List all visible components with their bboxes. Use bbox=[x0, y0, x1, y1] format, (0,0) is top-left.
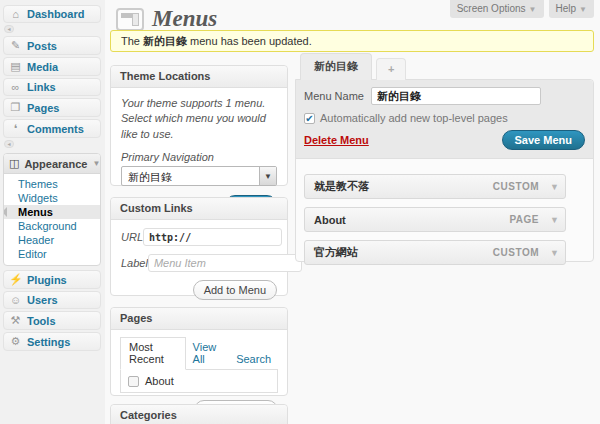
appearance-icon: ◫ bbox=[9, 157, 19, 170]
menu-item-row[interactable]: About PAGE ▼ bbox=[304, 207, 566, 232]
collapse-arrow-icon[interactable]: ◂ bbox=[4, 140, 14, 148]
chevron-down-icon: ▼ bbox=[529, 5, 537, 14]
sidebar-section-appearance: ◫ Appearance ▼ Themes Widgets Menus Back… bbox=[3, 153, 101, 266]
help-button[interactable]: Help▼ bbox=[549, 0, 595, 18]
menu-item-label: About bbox=[314, 214, 509, 226]
menu-item-label: 就是教不落 bbox=[314, 179, 493, 194]
sidebar-item-menus[interactable]: Menus bbox=[4, 205, 100, 219]
notice-menu-name: 新的目錄 bbox=[143, 35, 187, 47]
tab-view-all[interactable]: View All bbox=[186, 338, 230, 369]
tools-icon: ⚒ bbox=[9, 314, 22, 327]
theme-locations-description: Your theme supports 1 menu. Select which… bbox=[121, 96, 277, 142]
select-dropdown-icon[interactable]: ▼ bbox=[259, 167, 276, 185]
sidebar-item-users[interactable]: ☺ Users bbox=[3, 291, 101, 309]
sidebar-item-label: Appearance bbox=[24, 158, 87, 170]
icon-detail bbox=[132, 13, 139, 26]
pages-box: Pages Most Recent View All Search About … bbox=[110, 307, 288, 396]
gear-icon: ⚙ bbox=[9, 335, 22, 348]
save-menu-button[interactable]: Save Menu bbox=[502, 130, 585, 150]
sidebar-item-label: Comments bbox=[27, 123, 84, 135]
sidebar-item-label: Links bbox=[27, 81, 56, 93]
chevron-down-icon[interactable]: ▼ bbox=[92, 159, 100, 168]
sidebar-item-appearance[interactable]: ◫ Appearance ▼ bbox=[4, 154, 100, 174]
theme-locations-header[interactable]: Theme Locations bbox=[111, 66, 287, 88]
notice-text: menu has been updated. bbox=[187, 35, 312, 47]
appearance-submenu: Themes Widgets Menus Background Header E… bbox=[4, 174, 100, 265]
pages-header[interactable]: Pages bbox=[111, 308, 287, 330]
chevron-down-icon[interactable]: ▼ bbox=[544, 208, 565, 231]
menu-item-row[interactable]: 就是教不落 CUSTOM ▼ bbox=[304, 174, 566, 199]
page-item-label: About bbox=[145, 375, 174, 387]
auto-add-checkbox[interactable]: ✔ bbox=[304, 113, 315, 124]
sidebar-item-label: Dashboard bbox=[27, 8, 84, 20]
sidebar-item-widgets[interactable]: Widgets bbox=[4, 191, 100, 205]
collapse-arrow-icon[interactable]: ◂ bbox=[4, 25, 14, 33]
label-field[interactable] bbox=[148, 254, 302, 272]
sidebar-item-editor[interactable]: Editor bbox=[4, 247, 100, 261]
about-checkbox[interactable] bbox=[128, 376, 139, 387]
sidebar-item-header[interactable]: Header bbox=[4, 233, 100, 247]
menu-item-label: 官方網站 bbox=[314, 245, 493, 260]
menu-item-type: PAGE bbox=[509, 214, 539, 225]
url-label: URL bbox=[121, 231, 143, 243]
sidebar-separator: ◂ bbox=[0, 25, 105, 34]
pencil-icon: ✎ bbox=[9, 39, 22, 52]
notice-text: The bbox=[121, 35, 143, 47]
custom-links-body: URL Label Add to Menu bbox=[111, 220, 287, 310]
chain-icon: ∞ bbox=[9, 81, 22, 93]
auto-add-label: Automatically add new top-level pages bbox=[320, 112, 508, 124]
menu-item-row[interactable]: 官方網站 CUSTOM ▼ bbox=[304, 240, 566, 265]
menu-tab-active[interactable]: 新的目錄 bbox=[300, 53, 372, 80]
admin-sidebar: ⌂ Dashboard ◂ ✎ Posts ▤ Media ∞ Links ❐ … bbox=[0, 0, 105, 424]
screen-options-button[interactable]: Screen Options▼ bbox=[450, 0, 544, 18]
sidebar-item-label: Users bbox=[27, 294, 58, 306]
help-label: Help bbox=[556, 3, 577, 14]
page-icon: ❐ bbox=[9, 101, 22, 114]
chevron-down-icon: ▼ bbox=[579, 5, 587, 14]
categories-header[interactable]: Categories bbox=[111, 405, 287, 424]
delete-menu-link[interactable]: Delete Menu bbox=[304, 134, 369, 146]
sidebar-item-links[interactable]: ∞ Links bbox=[3, 78, 101, 96]
updated-notice: The 新的目錄 menu has been updated. bbox=[110, 30, 594, 52]
sidebar-item-themes[interactable]: Themes bbox=[4, 177, 100, 191]
plug-icon: ⚡ bbox=[9, 273, 22, 286]
tab-most-recent[interactable]: Most Recent bbox=[120, 337, 186, 370]
selected-menu-value: 新的目錄 bbox=[122, 167, 259, 185]
sidebar-item-background[interactable]: Background bbox=[4, 219, 100, 233]
menu-settings-header: Menu Name ✔ Automatically add new top-le… bbox=[296, 80, 593, 159]
page-title: Menus bbox=[152, 6, 217, 32]
chevron-down-icon[interactable]: ▼ bbox=[544, 175, 565, 198]
add-to-menu-button[interactable]: Add to Menu bbox=[193, 280, 277, 300]
menu-item-type: CUSTOM bbox=[493, 247, 539, 258]
sidebar-item-label: Plugins bbox=[27, 274, 67, 286]
sidebar-item-label: Posts bbox=[27, 40, 57, 52]
screen-meta-links: Screen Options▼ Help▼ bbox=[450, 0, 594, 18]
sidebar-item-tools[interactable]: ⚒ Tools bbox=[3, 311, 101, 330]
menus-screen-icon bbox=[116, 8, 144, 31]
label-label: Label bbox=[121, 257, 148, 269]
sidebar-item-dashboard[interactable]: ⌂ Dashboard bbox=[3, 5, 101, 23]
add-menu-tab[interactable]: + bbox=[376, 58, 406, 80]
sidebar-item-label: Pages bbox=[27, 102, 59, 114]
sidebar-item-pages[interactable]: ❐ Pages bbox=[3, 98, 101, 117]
sidebar-item-plugins[interactable]: ⚡ Plugins bbox=[3, 270, 101, 289]
menu-name-field[interactable] bbox=[371, 87, 541, 105]
sidebar-item-label: Media bbox=[27, 61, 58, 73]
sidebar-item-settings[interactable]: ⚙ Settings bbox=[3, 332, 101, 351]
sidebar-item-posts[interactable]: ✎ Posts bbox=[3, 36, 101, 55]
sidebar-item-media[interactable]: ▤ Media bbox=[3, 57, 101, 76]
menu-items-list: 就是教不落 CUSTOM ▼ About PAGE ▼ 官方網站 CUSTOM … bbox=[296, 159, 593, 288]
custom-links-header[interactable]: Custom Links bbox=[111, 198, 287, 220]
pages-list: About bbox=[120, 369, 278, 393]
menu-tabs: 新的目錄 + bbox=[300, 57, 406, 80]
url-field[interactable] bbox=[143, 228, 282, 246]
sidebar-separator: ◂ bbox=[0, 140, 105, 149]
primary-navigation-select[interactable]: 新的目錄 ▼ bbox=[121, 166, 277, 186]
tab-search[interactable]: Search bbox=[229, 350, 278, 369]
chevron-down-icon[interactable]: ▼ bbox=[544, 241, 565, 264]
primary-navigation-label: Primary Navigation bbox=[121, 151, 277, 163]
icon-detail bbox=[121, 13, 132, 18]
theme-locations-box: Theme Locations Your theme supports 1 me… bbox=[110, 65, 288, 186]
sidebar-item-comments[interactable]: ❛ Comments bbox=[3, 119, 101, 138]
sidebar-item-label: Settings bbox=[27, 336, 70, 348]
